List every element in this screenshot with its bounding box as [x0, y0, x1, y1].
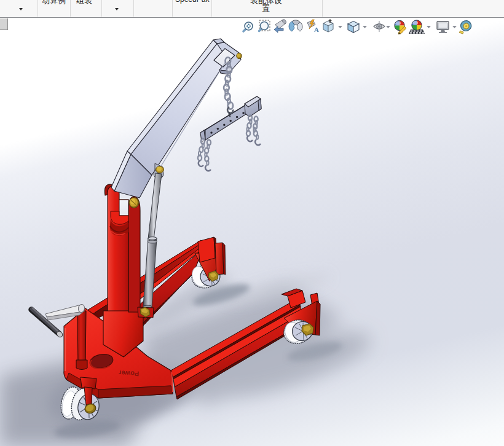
svg-text:Power: Power: [118, 369, 139, 378]
svg-text:A: A: [314, 26, 319, 33]
